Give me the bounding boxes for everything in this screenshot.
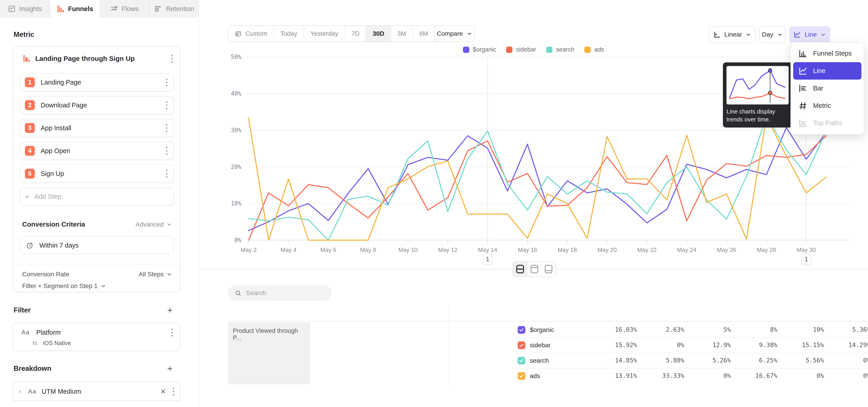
breakdown-property[interactable]: UTM Medium (42, 388, 155, 395)
series-checkbox[interactable] (518, 372, 525, 380)
table-row: $organic16.03%2.63%5%8%10%5.36%12.82%19.… (199, 322, 868, 338)
kebab-menu-icon[interactable] (165, 77, 168, 87)
tab-retention[interactable]: Retention (149, 0, 199, 18)
search-input[interactable] (246, 289, 325, 296)
funnel-step-row[interactable]: 5Sign Up (20, 165, 174, 183)
layout-split-horizontal-button[interactable] (513, 262, 527, 276)
kebab-menu-icon[interactable] (170, 327, 174, 337)
series-name: search (530, 357, 549, 364)
menu-item-label: Line (813, 67, 826, 74)
value-cell: 16.03% (601, 326, 637, 333)
all-steps-dropdown[interactable]: All Steps (139, 271, 173, 278)
advanced-dropdown[interactable]: Advanced (135, 221, 172, 228)
svg-text:May 10: May 10 (398, 247, 417, 253)
series-line-search[interactable] (249, 116, 826, 240)
range-label: 7D (351, 30, 360, 37)
funnel-step-row[interactable]: 1Landing Page (20, 73, 174, 91)
insights-icon (8, 5, 16, 13)
range-yesterday[interactable]: Yesterday (304, 26, 345, 41)
svg-text:May 6: May 6 (320, 247, 336, 253)
filter-value[interactable]: iOS Native (43, 340, 71, 347)
menu-item-metric[interactable]: Metric (791, 97, 864, 115)
add-step-label: Add Step (34, 193, 61, 200)
compare-label: Compare (437, 30, 463, 37)
svg-text:May 24: May 24 (677, 247, 696, 253)
svg-text:May 2: May 2 (241, 247, 257, 253)
line-icon (798, 66, 808, 76)
compare-button[interactable]: Compare (434, 25, 475, 42)
funnel-step-row[interactable]: 2Download Page (20, 96, 174, 114)
flows-icon (110, 5, 118, 13)
menu-item-funnel-steps[interactable]: Funnel Steps (791, 45, 864, 62)
funnel-step-row[interactable]: 3App Install (20, 119, 174, 137)
scale-dropdown[interactable]: Linear (709, 26, 755, 43)
series-checkbox[interactable] (518, 326, 525, 334)
add-step-button[interactable]: + Add Step (20, 187, 174, 206)
step-label: Download Page (41, 101, 159, 109)
tab-insights[interactable]: Insights (0, 0, 50, 18)
chart-type-dropdown[interactable]: Line (789, 26, 830, 43)
advanced-label: Advanced (135, 221, 164, 228)
menu-item-line[interactable]: Line (793, 62, 862, 80)
value-cell: 16.67% (731, 372, 777, 379)
funnel-step-row[interactable]: 4App Open (20, 142, 174, 160)
range-3m[interactable]: 3M (391, 26, 413, 41)
conversion-window-label: Within 7 days (39, 242, 79, 249)
value-cell: 8% (731, 326, 777, 333)
layout-chart-only-button[interactable] (542, 262, 556, 276)
menu-item-top-paths: Top Paths (791, 115, 864, 132)
filter-section-title: Filter (13, 306, 31, 314)
layout-split-vertical-button[interactable] (527, 262, 541, 276)
line-type-tooltip: Line charts display trends over time. (723, 62, 792, 128)
kebab-menu-icon[interactable] (165, 123, 168, 133)
svg-text:May 26: May 26 (717, 247, 736, 253)
conversion-window-pill[interactable]: Within 7 days (20, 236, 174, 254)
menu-item-label: Top Paths (813, 119, 842, 127)
series-checkbox[interactable] (518, 357, 525, 365)
range-today[interactable]: Today (274, 26, 304, 41)
tab-funnels[interactable]: Funnels (50, 0, 99, 18)
range-custom[interactable]: Custom (228, 26, 274, 41)
range-label: 3M (397, 30, 406, 37)
range-label: Custom (246, 30, 267, 37)
drag-handle-icon[interactable] (18, 389, 23, 394)
table-row: ads13.91%33.33%0%16.67%0%0%0%0%14.29%16.… (199, 369, 868, 384)
kebab-menu-icon[interactable] (165, 169, 168, 179)
menu-item-bar[interactable]: Bar (791, 80, 864, 97)
chevron-down-icon (100, 283, 106, 289)
value-cell: 5.26% (684, 357, 731, 364)
value-cell: 0% (684, 372, 731, 379)
interval-dropdown[interactable]: Day (759, 26, 785, 43)
filter-property[interactable]: Platform (36, 329, 164, 336)
value-cell: 0% (777, 372, 824, 379)
range-7d[interactable]: 7D (345, 26, 366, 41)
value-cell: 12.9% (684, 341, 731, 348)
svg-text:10%: 10% (231, 200, 241, 207)
metric-icon (798, 101, 808, 111)
kebab-menu-icon[interactable] (172, 386, 175, 396)
annotation-badge[interactable]: 1 (483, 254, 492, 265)
kebab-menu-icon[interactable] (165, 100, 168, 110)
interval-label: Day (762, 31, 773, 38)
range-6m[interactable]: 6M (413, 26, 435, 41)
range-30d[interactable]: 30D (366, 26, 391, 41)
breakdown-card: Aa UTM Medium (13, 382, 180, 401)
chevron-down-icon (166, 222, 172, 227)
annotation-badge[interactable]: 1 (802, 254, 811, 265)
tab-label: Insights (20, 5, 42, 13)
funnel-metric-header[interactable]: Landing Page through Sign Up (22, 52, 174, 65)
filter-operator[interactable]: Is (33, 340, 37, 347)
series-line-ads[interactable] (249, 117, 826, 240)
svg-text:May 8: May 8 (360, 247, 376, 253)
series-checkbox[interactable] (518, 341, 525, 349)
kebab-menu-icon[interactable] (170, 54, 174, 64)
tab-flows[interactable]: Flows (99, 0, 149, 18)
value-cell: 5.88% (638, 357, 684, 364)
svg-text:50%: 50% (231, 54, 241, 60)
remove-breakdown-icon[interactable] (160, 388, 166, 395)
value-cell: 33.33% (638, 372, 684, 379)
funnel-title: Landing Page through Sign Up (35, 55, 165, 62)
filter-segment-dropdown[interactable]: Filter + Segment on Step 1 (22, 282, 106, 290)
linear-scale-icon (713, 31, 721, 38)
kebab-menu-icon[interactable] (165, 146, 168, 156)
